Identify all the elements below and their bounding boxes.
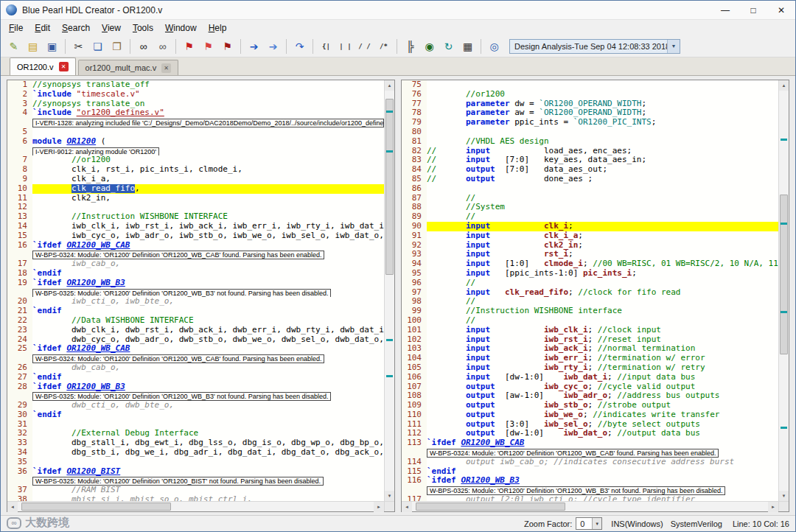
line-number	[7, 147, 32, 156]
cut-icon[interactable]: ✂	[69, 38, 88, 55]
scroll-left-icon[interactable]: ◄	[7, 502, 18, 512]
code-line: 15 iwb_cyc_o, iwb_adr_o, iwb_stb_o, iwb_…	[7, 231, 384, 241]
scroll-up-icon[interactable]: ▲	[385, 80, 394, 91]
code-line: 90 input clk_i;	[402, 222, 778, 231]
code-line: 31	[7, 420, 384, 430]
analysis-note-row: I-VERI-1328: analyzing included file 'C:…	[7, 118, 384, 127]
line-number: 75	[402, 80, 427, 90]
run-analysis-icon[interactable]: ◉	[420, 38, 439, 55]
line-number: 29	[7, 401, 32, 410]
run-check-icon[interactable]: ↻	[439, 38, 458, 55]
code-line: 29 dwb_cti_o, dwb_bte_o,	[7, 401, 384, 410]
scroll-up-icon[interactable]: ▲	[779, 80, 789, 91]
menu-help[interactable]: Help	[203, 21, 233, 35]
tab-or1200_mult_mac.v[interactable]: or1200_mult_mac.v✕	[78, 60, 179, 75]
code-line: 86	[402, 184, 778, 194]
find-icon[interactable]: ∞	[134, 38, 153, 55]
save-file-icon[interactable]: ▣	[43, 38, 61, 55]
line-number	[402, 448, 427, 458]
scrollbar-thumb[interactable]	[385, 99, 394, 275]
code-line: 88 //System	[402, 203, 778, 212]
menu-search[interactable]: Search	[56, 21, 96, 35]
menu-window[interactable]: Window	[159, 21, 203, 35]
code-line: 9 clk_i_a,	[7, 175, 384, 184]
analysis-note-row: W-BPS-0324: Module: 'OR1200' Definition …	[402, 448, 778, 458]
line-comment-icon[interactable]: / /	[355, 38, 374, 55]
code-line: 35	[7, 458, 384, 467]
vertical-scrollbar-right[interactable]: ▲ ▼	[778, 80, 789, 501]
code-line: 10 clk_read_fifo,	[7, 184, 384, 194]
scroll-right-icon[interactable]: ►	[768, 502, 778, 512]
code-line: 18`endif	[7, 269, 384, 279]
tab-close-icon[interactable]: ✕	[59, 62, 69, 71]
menu-file[interactable]: File	[3, 21, 29, 35]
analysis-run-dropdown[interactable]: Design Analysis-Tue Sep 04 12:08:33 2018…	[509, 39, 680, 54]
code-line: 76 //or1200	[402, 90, 778, 99]
horizontal-scrollbar-right[interactable]: ◄ ►	[402, 502, 778, 511]
horizontal-scrollbar-left[interactable]: ◄ ►	[7, 502, 384, 511]
design-hierarchy-icon[interactable]: ╠	[401, 38, 419, 55]
scroll-down-icon[interactable]: ▼	[779, 491, 789, 501]
code-line: 16`ifdef OR1200_WB_CAB	[7, 241, 384, 251]
tab-bar: OR1200.v✕or1200_mult_mac.v✕	[1, 57, 795, 76]
edit-pencil-icon[interactable]: ✎	[4, 38, 23, 55]
code-line: 107 output iwb_cyc_o; //cycle valid outp…	[402, 382, 778, 392]
line-number: 2	[7, 90, 32, 99]
code-editor-right[interactable]: 7576 //or120077 parameter dw = `OR1200_O…	[402, 80, 778, 501]
column-select-icon[interactable]: | |	[336, 38, 355, 55]
clear-bookmarks-icon[interactable]: ⚑	[218, 38, 237, 55]
line-number: 18	[7, 269, 32, 279]
line-number: 4	[7, 108, 32, 118]
match-brace-icon[interactable]: {|	[317, 38, 335, 55]
line-number: 14	[7, 222, 32, 231]
scrollbar-thumb[interactable]	[416, 503, 565, 511]
trace-connection-icon[interactable]: ↷	[290, 38, 309, 55]
find-next-icon[interactable]: ∞	[153, 38, 172, 55]
minimize-button[interactable]: —	[711, 1, 739, 19]
maximize-button[interactable]: □	[739, 1, 767, 19]
tab-close-icon[interactable]: ✕	[161, 63, 171, 73]
tab-OR1200.v[interactable]: OR1200.v✕	[10, 57, 76, 75]
zoom-factor-select[interactable]: 0 ▼	[576, 517, 602, 530]
code-line: 1//synopsys translate_off	[7, 80, 384, 90]
watermark-text: 大数跨境	[25, 516, 69, 530]
results-grid-icon[interactable]: ▦	[458, 38, 477, 55]
code-line: 109 output iwb_stb_o; //strobe output	[402, 401, 778, 410]
next-bookmark-icon[interactable]: ⚑	[199, 38, 217, 55]
code-line: 33 dbg_stall_i, dbg_ewt_i, dbg_lss_o, db…	[7, 438, 384, 448]
code-line: 81 //VHDL AES design	[402, 137, 778, 147]
copy-icon[interactable]: ❏	[88, 38, 107, 55]
menu-edit[interactable]: Edit	[29, 21, 56, 35]
scroll-right-icon[interactable]: ►	[374, 502, 384, 512]
goto-back-icon[interactable]: ➔	[245, 38, 263, 55]
bookmark-icon[interactable]: ⚑	[180, 38, 198, 55]
vertical-scrollbar-left[interactable]: ▲ ▼	[384, 80, 394, 501]
scroll-down-icon[interactable]: ▼	[385, 491, 394, 501]
title-bar[interactable]: Blue Pearl HDL Creator - OR1200.v — □ ✕	[1, 1, 795, 20]
open-file-icon[interactable]: ▤	[24, 38, 42, 55]
code-editor-left[interactable]: 1//synopsys translate_off2`include "time…	[7, 80, 384, 501]
paste-icon[interactable]: ❐	[108, 38, 126, 55]
line-number: 5	[7, 127, 32, 137]
code-line: 95 input [ppic_ints-1:0] pic_ints_i;	[402, 269, 778, 279]
line-number: 117	[402, 495, 427, 501]
scroll-left-icon[interactable]: ◄	[402, 502, 412, 512]
dropdown-arrow-icon[interactable]: ▼	[592, 518, 601, 529]
scrollbar-thumb[interactable]	[780, 195, 788, 354]
block-comment-icon[interactable]: /*	[374, 38, 393, 55]
watermark-logo-icon: ∞	[7, 517, 21, 529]
goto-forward-icon[interactable]: ➔	[264, 38, 282, 55]
menu-view[interactable]: View	[96, 21, 127, 35]
code-line: 23 dwb_clk_i, dwb_rst_i, dwb_ack_i, dwb_…	[7, 326, 384, 335]
line-number: 116	[402, 476, 427, 486]
code-line: 91 input clk_i_a;	[402, 231, 778, 241]
code-line: 19`ifdef OR1200_WB_B3	[7, 279, 384, 288]
code-line: 75	[402, 80, 778, 90]
line-number: 16	[7, 241, 32, 251]
scrollbar-thumb[interactable]	[21, 503, 171, 511]
dropdown-arrow-icon[interactable]: ▼	[667, 40, 680, 53]
close-button[interactable]: ✕	[767, 1, 795, 19]
view-report-icon[interactable]: ◎	[485, 38, 503, 55]
menu-tools[interactable]: Tools	[127, 21, 159, 35]
code-line: 104 input iwb_err_i; //termination w/ er…	[402, 354, 778, 363]
